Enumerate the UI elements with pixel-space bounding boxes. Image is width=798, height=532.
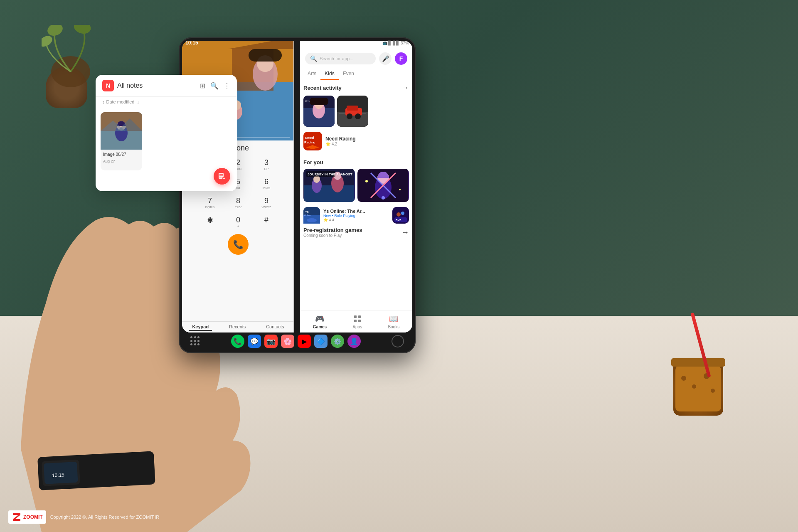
tray-dot bbox=[197, 336, 200, 338]
tray-dot bbox=[190, 336, 192, 338]
dial-key-6[interactable]: 6MNO bbox=[253, 175, 280, 192]
notes-title: All notes bbox=[117, 82, 197, 89]
battery-text: 37% bbox=[401, 41, 409, 45]
svg-text:Need: Need bbox=[305, 136, 314, 140]
mic-button[interactable]: 🎤 bbox=[379, 52, 392, 65]
dock-flower[interactable]: 🌸 bbox=[281, 335, 294, 348]
notes-overlay: N All notes ⊞ 🔍 ⋮ ↕ Date modified ↓ bbox=[96, 75, 237, 191]
wooden-cup bbox=[673, 362, 723, 416]
foryou-game-2[interactable] bbox=[357, 169, 409, 202]
tab-recents[interactable]: Recents bbox=[226, 323, 249, 331]
recent-activity-arrow[interactable]: → bbox=[401, 84, 409, 92]
dock-settings[interactable]: ⚙️ bbox=[331, 335, 344, 348]
tab-contacts[interactable]: Contacts bbox=[263, 323, 287, 331]
nfs-name: Need Racing bbox=[325, 136, 409, 142]
note-date-1: Aug 27 bbox=[101, 159, 142, 163]
tray-dot bbox=[190, 340, 192, 342]
svg-text:10:15: 10:15 bbox=[52, 472, 64, 478]
dock-messages[interactable]: 💬 bbox=[248, 335, 261, 348]
user-avatar[interactable]: F bbox=[395, 52, 407, 65]
bottom-nav-games[interactable]: 🎮 Games bbox=[313, 314, 327, 329]
dock-user[interactable]: 👤 bbox=[347, 335, 361, 348]
games-icon: 🎮 bbox=[315, 314, 325, 324]
pre-reg-arrow[interactable]: → bbox=[401, 228, 409, 237]
tab-arts[interactable]: Arts bbox=[303, 68, 320, 80]
status-bar: 10:15 📺 ▊ ▊▊ 37% bbox=[179, 37, 416, 48]
dock-youtube[interactable]: ▶ bbox=[298, 335, 311, 348]
ys-info: Ys Online: The Ar... New • Role Playing … bbox=[323, 209, 389, 222]
recent-activity-title: Recent activity bbox=[303, 85, 342, 91]
notes-more-icon[interactable]: ⋮ bbox=[224, 82, 230, 90]
dial-key-9[interactable]: 9WXYZ bbox=[253, 194, 280, 212]
tab-kids[interactable]: Kids bbox=[320, 68, 338, 80]
dock-phone[interactable]: 📞 bbox=[231, 335, 244, 348]
dial-key-8[interactable]: 8TUV bbox=[225, 194, 251, 212]
bottom-nav-books[interactable]: 📖 Books bbox=[388, 314, 399, 329]
tab-even[interactable]: Even bbox=[339, 68, 358, 80]
notes-search-icon[interactable]: 🔍 bbox=[210, 82, 219, 90]
pre-reg-header: Pre-registration games Coming soon to Pl… bbox=[303, 227, 409, 238]
system-nav-bar: 📞 💬 📷 🌸 ▶ 🔷 ⚙️ 👤 bbox=[182, 332, 412, 350]
notes-grid-icon[interactable]: ⊞ bbox=[200, 82, 205, 90]
pre-reg-title: Pre-registration games bbox=[303, 227, 362, 233]
status-time: 10:15 bbox=[185, 40, 198, 46]
ys-name: Ys Online: The Ar... bbox=[323, 209, 389, 214]
mobile-game-icon: 5v5 bbox=[392, 207, 409, 224]
search-input[interactable]: 🔍 Search for app... bbox=[305, 53, 376, 64]
app-store-bottom-nav: 🎮 Games Apps 📖 Books bbox=[300, 310, 412, 332]
game-thumb-2[interactable] bbox=[337, 96, 368, 127]
nfs-info: Need Racing ⭐ 4.2 bbox=[325, 136, 409, 146]
tray-dot bbox=[197, 343, 200, 345]
zoomit-brand: ZOOMIT bbox=[23, 514, 43, 520]
nav-home-button[interactable] bbox=[392, 335, 404, 347]
tab-keypad[interactable]: Keypad bbox=[189, 323, 212, 331]
dial-key-star[interactable]: ✱ bbox=[197, 213, 223, 231]
books-icon: 📖 bbox=[389, 314, 399, 324]
svg-text:JOURNEY IN THE ALANGST: JOURNEY IN THE ALANGST bbox=[308, 172, 352, 176]
svg-point-60 bbox=[365, 180, 368, 182]
games-label: Games bbox=[313, 325, 327, 329]
call-button[interactable]: 📞 bbox=[228, 234, 249, 255]
tray-dot bbox=[194, 343, 196, 345]
svg-point-2 bbox=[72, 25, 92, 35]
svg-rect-48 bbox=[304, 185, 354, 202]
svg-point-71 bbox=[397, 212, 401, 217]
search-bar: 🔍 Search for app... 🎤 F bbox=[300, 49, 412, 68]
dial-key-7[interactable]: 7PQRS bbox=[197, 194, 223, 212]
svg-rect-73 bbox=[354, 315, 357, 318]
dial-key-3[interactable]: 3EP bbox=[253, 156, 280, 173]
for-you-games-grid: JOURNEY IN THE ALANGST bbox=[303, 169, 409, 202]
game-thumb-1[interactable]: 13% bbox=[303, 96, 335, 127]
tray-dot bbox=[194, 336, 196, 338]
search-icon: 🔍 bbox=[310, 55, 317, 62]
svg-rect-34 bbox=[310, 98, 328, 105]
svg-point-7 bbox=[692, 384, 696, 389]
new-note-button[interactable] bbox=[214, 168, 230, 185]
svg-point-67 bbox=[307, 218, 317, 222]
call-button-row: 📞 bbox=[228, 234, 249, 255]
app-tray-button[interactable] bbox=[190, 336, 200, 346]
svg-rect-74 bbox=[358, 315, 361, 318]
notes-actions: ⊞ 🔍 ⋮ bbox=[200, 82, 230, 90]
dial-key-0[interactable]: 0+ bbox=[225, 213, 251, 231]
apps-icon bbox=[352, 314, 362, 324]
need-for-speed-row: Need Racing Need Racing ⭐ 4.2 bbox=[303, 132, 409, 154]
svg-point-3 bbox=[42, 34, 54, 49]
app-store-panel: 🔍 Search for app... 🎤 F Arts Kids Even R… bbox=[300, 41, 412, 332]
dial-key-hash[interactable]: # bbox=[253, 213, 280, 231]
svg-point-72 bbox=[401, 212, 404, 215]
dock-social[interactable]: 🔷 bbox=[314, 335, 328, 348]
bottom-nav-apps[interactable]: Apps bbox=[352, 314, 362, 329]
phone-tab-bar: Keypad Recents Contacts bbox=[182, 321, 294, 332]
svg-point-6 bbox=[681, 376, 686, 381]
app-store-nav-tabs: Arts Kids Even bbox=[300, 68, 412, 80]
foryou-game-1[interactable]: JOURNEY IN THE ALANGST bbox=[303, 169, 355, 202]
app-store-content: Recent activity → 13% bbox=[300, 80, 412, 310]
ys-online-row: Ys Online Ys Online: The Ar... New • Rol… bbox=[303, 207, 409, 224]
recent-activity-header: Recent activity → bbox=[303, 84, 409, 92]
note-card-1[interactable]: Image 08/27 Aug 27 bbox=[101, 112, 142, 170]
dock-camera[interactable]: 📷 bbox=[264, 335, 278, 348]
svg-rect-42 bbox=[347, 106, 358, 111]
status-icon-screen: 📺 bbox=[382, 41, 387, 45]
status-icon-wifi: ▊ bbox=[388, 41, 392, 45]
